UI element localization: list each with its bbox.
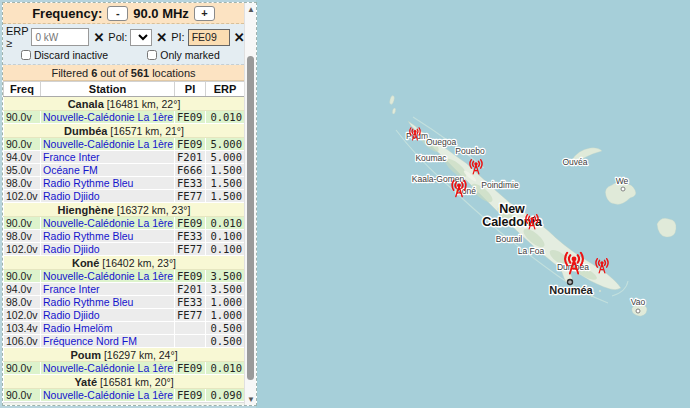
station-row: 106.0vFréquence Nord FM0.500 bbox=[4, 335, 245, 348]
station-link[interactable]: Radio Rythme Bleu bbox=[43, 230, 133, 242]
station-row: 90.0vNouvelle-Calédonie La 1èreFE090.010 bbox=[4, 362, 245, 375]
station-link[interactable]: Radio Rythme Bleu bbox=[43, 296, 133, 308]
header-freq: Freq bbox=[4, 82, 41, 97]
frequency-cell: 94.0v bbox=[4, 151, 41, 164]
frequency-cell: 98.0v bbox=[4, 230, 41, 243]
erp-cell: 1.500 bbox=[206, 190, 245, 203]
station-row: 90.0vNouvelle-Calédonie La 1èreFE090.090 bbox=[4, 389, 245, 402]
station-row: 95.0vOcéane FMF6661.500 bbox=[4, 164, 245, 177]
station-link[interactable]: Radio Rythme Bleu bbox=[43, 177, 133, 189]
station-link[interactable]: Radio Djiido bbox=[43, 309, 100, 321]
erp-cell: 0.010 bbox=[206, 362, 245, 375]
station-table-header: Freq Station PI ERP bbox=[4, 82, 245, 97]
station-link[interactable]: Nouvelle-Calédonie La 1ère bbox=[43, 111, 173, 123]
frequency-increment-button[interactable]: + bbox=[194, 6, 215, 21]
erp-cell: 0.100 bbox=[206, 230, 245, 243]
pi-cell: FE33 bbox=[175, 177, 206, 190]
station-row: 102.0vRadio DjiidoFE770.100 bbox=[4, 243, 245, 256]
erp-cell: 3.500 bbox=[206, 270, 245, 283]
pi-cell bbox=[175, 322, 206, 335]
frequency-cell: 90.0v bbox=[4, 217, 41, 230]
panel-scrollbar[interactable]: ▲ ▼ bbox=[244, 3, 256, 405]
erp-cell: 1.000 bbox=[206, 309, 245, 322]
frequency-cell: 94.0v bbox=[4, 283, 41, 296]
pi-cell bbox=[175, 335, 206, 348]
frequency-cell: 90.0v bbox=[4, 138, 41, 151]
location-group-row: Dumbéa [16571 km, 21°] bbox=[4, 124, 245, 138]
polarization-label: Pol: bbox=[108, 31, 127, 43]
station-row: 103.4vRadio Hmelöm0.500 bbox=[4, 322, 245, 335]
station-row: 90.0vNouvelle-Calédonie La 1èreFE090.010 bbox=[4, 111, 245, 124]
station-row: 90.0vNouvelle-Calédonie La 1èreFE093.500 bbox=[4, 270, 245, 283]
town-marker bbox=[636, 309, 640, 313]
scroll-up-arrow-icon[interactable]: ▲ bbox=[245, 3, 257, 15]
show-tx-row: show TXs around: 50 100 250 400 km bbox=[3, 402, 244, 405]
station-link[interactable]: Océane FM bbox=[43, 164, 98, 176]
station-row: 98.0vRadio Rythme BleuFE330.100 bbox=[4, 230, 245, 243]
station-link[interactable]: France Inter bbox=[43, 283, 100, 295]
discard-inactive-option[interactable]: Discard inactive bbox=[21, 49, 108, 61]
pi-cell: FE09 bbox=[175, 138, 206, 151]
location-group-row: Poum [16297 km, 24°] bbox=[4, 348, 245, 362]
station-link[interactable]: Fréquence Nord FM bbox=[43, 335, 137, 347]
pi-cell: F201 bbox=[175, 151, 206, 164]
frequency-decrement-button[interactable]: - bbox=[107, 6, 128, 21]
location-group-row: Canala [16481 km, 22°] bbox=[4, 97, 245, 111]
pi-cell: FE77 bbox=[175, 309, 206, 322]
station-link[interactable]: Radio Hmelöm bbox=[43, 322, 112, 334]
polarization-clear-icon[interactable]: ✕ bbox=[155, 31, 168, 44]
station-row: 90.0vNouvelle-Calédonie La 1èreFE095.000 bbox=[4, 138, 245, 151]
station-link[interactable]: Radio Djiido bbox=[43, 190, 100, 202]
pi-cell: FE09 bbox=[175, 389, 206, 402]
map-canvas[interactable]: PoumOuegoaPoueboKoumacKaala-GomenPoindim… bbox=[256, 0, 690, 408]
filtered-summary: Filtered 6 out of 561 locations bbox=[3, 65, 244, 81]
erp-cell: 0.500 bbox=[206, 335, 245, 348]
fmdx-app: PoumOuegoaPoueboKoumacKaala-GomenPoindim… bbox=[0, 0, 690, 408]
location-group-row: Hienghène [16372 km, 23°] bbox=[4, 203, 245, 217]
erp-filter-label: ERP ≥ bbox=[6, 25, 28, 49]
only-marked-checkbox[interactable] bbox=[147, 50, 157, 60]
town-label: We bbox=[616, 176, 629, 186]
header-pi: PI bbox=[175, 82, 206, 97]
frequency-bar: Frequency: - 90.0 MHz + bbox=[3, 3, 244, 24]
station-link[interactable]: Nouvelle-Calédonie La 1ère bbox=[43, 389, 173, 401]
erp-cell: 0.090 bbox=[206, 389, 245, 402]
erp-clear-icon[interactable]: ✕ bbox=[92, 31, 105, 44]
station-link[interactable]: Nouvelle-Calédonie La 1ère bbox=[43, 362, 173, 374]
frequency-value: 90.0 MHz bbox=[133, 6, 189, 21]
pi-filter-input[interactable] bbox=[188, 29, 230, 46]
discard-inactive-checkbox[interactable] bbox=[21, 50, 31, 60]
location-group-row: Koné [16402 km, 23°] bbox=[4, 256, 245, 270]
frequency-cell: 98.0v bbox=[4, 296, 41, 309]
town-label: Poindimie bbox=[481, 180, 519, 190]
erp-cell: 1.500 bbox=[206, 177, 245, 190]
filtered-total: 561 bbox=[131, 67, 149, 79]
frequency-cell: 98.0v bbox=[4, 177, 41, 190]
station-link[interactable]: Nouvelle-Calédonie La 1ère bbox=[43, 270, 173, 282]
filtered-count: 6 bbox=[91, 67, 97, 79]
station-table: Freq Station PI ERP Canala [16481 km, 22… bbox=[3, 81, 244, 402]
only-marked-option[interactable]: Only marked bbox=[147, 49, 220, 61]
scrollbar-thumb[interactable] bbox=[247, 56, 254, 380]
polarization-select[interactable] bbox=[130, 29, 152, 46]
city-marker-dot bbox=[569, 281, 570, 282]
pi-cell: F201 bbox=[175, 283, 206, 296]
erp-cell: 0.010 bbox=[206, 217, 245, 230]
location-group-row: Yaté [16581 km, 20°] bbox=[4, 375, 245, 389]
frequency-cell: 90.0v bbox=[4, 389, 41, 402]
pi-cell: FE77 bbox=[175, 190, 206, 203]
header-erp: ERP bbox=[206, 82, 245, 97]
station-link[interactable]: Nouvelle-Calédonie La 1ère bbox=[43, 138, 173, 150]
station-row: 94.0vFrance InterF2015.000 bbox=[4, 151, 245, 164]
station-link[interactable]: Radio Djiido bbox=[43, 243, 100, 255]
header-station: Station bbox=[41, 82, 175, 97]
town-label: La Foa bbox=[518, 246, 545, 256]
scroll-down-arrow-icon[interactable]: ▼ bbox=[245, 393, 257, 405]
pi-cell: FE09 bbox=[175, 111, 206, 124]
station-link[interactable]: France Inter bbox=[43, 151, 100, 163]
station-link[interactable]: Nouvelle-Calédonie La 1ère bbox=[43, 217, 173, 229]
pi-clear-icon[interactable]: ✕ bbox=[233, 31, 244, 44]
frequency-cell: 90.0v bbox=[4, 362, 41, 375]
erp-filter-input[interactable] bbox=[31, 28, 89, 46]
station-row: 94.0vFrance InterF2013.500 bbox=[4, 283, 245, 296]
